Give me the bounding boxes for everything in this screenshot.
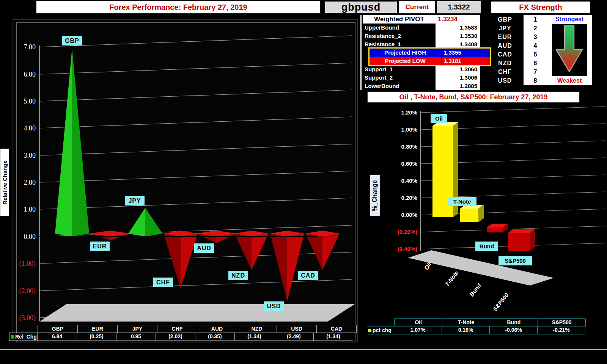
label-jpy: JPY: [125, 196, 145, 206]
label-bund: Bund: [475, 242, 498, 251]
macro-table-header: Oil T-Note Bund S&P500: [395, 318, 587, 326]
svg-text:GBP: GBP: [65, 38, 79, 44]
currency-pair-label: gbpusd: [324, 1, 398, 14]
value-cell: (0.25): [77, 333, 116, 341]
fx-strength-panel: GBP JPY EUR AUD CAD NZD CHF USD 1 2 3 4 …: [486, 15, 592, 85]
svg-text:(0.20%): (0.20%): [397, 229, 417, 235]
value-cell: 0.16%: [442, 326, 490, 334]
fx-ccy: GBP: [486, 15, 524, 24]
col-header: CHF: [157, 325, 197, 333]
svg-text:6.00: 6.00: [24, 71, 36, 78]
pivot-label: Support_2: [363, 74, 436, 82]
forex-table-values: Rel_Chg 6.84 (0.25) 0.95 (2.02) (0.35) (…: [9, 333, 357, 341]
svg-text:5.00: 5.00: [24, 97, 36, 105]
right-chart-title: Oil , T-Note, Bund, S&P500: February 27,…: [367, 91, 580, 103]
fx-ccy: USD: [486, 76, 524, 85]
svg-text:1.00: 1.00: [24, 206, 36, 213]
series-name: Rel_Chg: [15, 333, 37, 340]
svg-text:USD: USD: [267, 303, 281, 309]
svg-text:Bund: Bund: [468, 282, 483, 298]
svg-text:1.00%: 1.00%: [401, 126, 417, 133]
value-cell: (0.35): [195, 333, 235, 341]
pivot-row-support2: Support_2 1.3006: [363, 74, 480, 82]
label-nzd: NZD: [228, 271, 248, 280]
forex-pyramid-chart[interactable]: 7.00 6.00 5.00 4.00 3.00 2.00 1.00 0.00 …: [11, 18, 359, 344]
series-legend: pct chg: [367, 326, 394, 334]
strength-gradient-arrow-icon: [552, 24, 587, 76]
pivot-label: LowerBound: [363, 82, 436, 90]
label-oil: Oil: [431, 114, 447, 123]
value-cell: 1.07%: [394, 326, 442, 334]
right-chart-y-axis-title: %_Change: [370, 175, 380, 216]
col-header: S&P500: [538, 318, 586, 326]
fx-ccy: CHF: [486, 67, 524, 76]
svg-text:CAD: CAD: [301, 272, 315, 279]
col-header: T-Note: [442, 318, 490, 326]
projected-high-row: Projected HIGH 1.3355: [370, 49, 490, 57]
bar-bund: [487, 224, 508, 232]
value-cell: 6.84: [37, 333, 77, 341]
value-cell: -0.21%: [537, 326, 585, 334]
label-usd: USD: [264, 301, 284, 311]
projected-low-value: 1.3181: [441, 57, 490, 65]
pivot-value: 1.3006: [436, 74, 480, 82]
fx-ccy: EUR: [486, 33, 524, 41]
col-header: JPY: [117, 325, 157, 333]
svg-text:AUD: AUD: [197, 245, 211, 251]
svg-text:0.40%: 0.40%: [401, 177, 417, 184]
svg-text:0.60%: 0.60%: [401, 160, 417, 167]
svg-text:(2.00): (2.00): [19, 287, 36, 295]
svg-text:3.00: 3.00: [24, 152, 36, 159]
svg-text:CHF: CHF: [156, 279, 170, 286]
series-legend: Rel_Chg: [9, 333, 38, 341]
svg-text:0.80%: 0.80%: [401, 143, 417, 150]
bar-tnote: [460, 205, 484, 222]
svg-text:(1.00): (1.00): [19, 260, 36, 268]
fx-ccy: NZD: [486, 59, 524, 67]
fx-rank: 8: [524, 76, 547, 85]
projected-high-label: Projected HIGH: [370, 49, 441, 57]
value-cell: (2.49): [274, 333, 314, 341]
pivot-value: 1.3234: [436, 15, 480, 24]
pivot-row-upperbound: UpperBound 1.3583: [363, 24, 480, 32]
svg-text:%_Change: %_Change: [371, 180, 378, 211]
col-header: Oil: [394, 318, 442, 326]
pivot-row-support1: Support_1 1.3060: [363, 65, 480, 74]
label-chf: CHF: [153, 278, 173, 287]
svg-text:(3.00): (3.00): [19, 314, 36, 322]
label-gbp: GBP: [62, 36, 82, 46]
svg-text:EUR: EUR: [93, 243, 107, 249]
value-cell: 0.95: [116, 333, 156, 341]
weakest-label: Weakest: [547, 77, 592, 85]
pivot-value: 1.2885: [436, 82, 480, 90]
bar-sp500: [508, 229, 535, 251]
projected-low-label: Projected LOW: [370, 57, 441, 65]
fx-currency-column: GBP JPY EUR AUD CAD NZD CHF USD: [486, 15, 524, 85]
left-chart-y-axis-title: Relative Change: [0, 149, 9, 216]
pivot-label: Resistance_2: [363, 32, 436, 40]
macro-bar-chart[interactable]: 1.20% 1.00% 0.80% 0.60% 0.40% 0.20% 0.00…: [361, 102, 607, 312]
current-label: Current: [399, 1, 436, 14]
col-header: CAD: [316, 325, 357, 333]
strength-arrow-box: [552, 24, 587, 76]
svg-text:7.00: 7.00: [24, 43, 36, 51]
fx-rank: 5: [524, 50, 547, 59]
y-tick-labels: 1.20% 1.00% 0.80% 0.60% 0.40% 0.20% 0.00…: [397, 109, 417, 252]
col-header: GBP: [38, 325, 78, 333]
strongest-label: Strongest: [547, 15, 592, 24]
macro-table-values: pct chg 1.07% 0.16% -0.06% -0.21%: [367, 326, 587, 334]
chart-floor: [39, 304, 355, 322]
projected-high-value: 1.3355: [441, 49, 490, 57]
col-header: NZD: [237, 325, 277, 333]
svg-text:1.20%: 1.20%: [401, 109, 417, 116]
fx-rank: 1: [524, 15, 547, 24]
series-name: pct chg: [373, 327, 392, 334]
label-eur: EUR: [90, 242, 110, 251]
fx-ccy: CAD: [486, 50, 524, 59]
svg-text:T-Note: T-Note: [453, 198, 471, 205]
value-cell: (1.34): [313, 333, 353, 341]
svg-text:T-Note: T-Note: [444, 270, 460, 287]
pivot-row-lowerbound: LowerBound 1.2885: [363, 82, 480, 90]
legend-swatch-icon: [11, 335, 14, 339]
value-cell: (1.34): [234, 333, 274, 341]
